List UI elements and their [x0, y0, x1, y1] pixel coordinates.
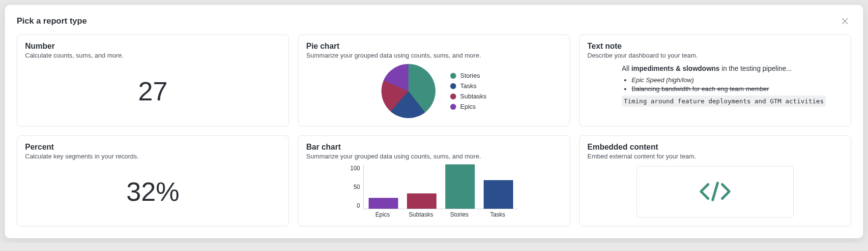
legend-swatch: [450, 83, 456, 89]
note-text-all: All: [622, 64, 631, 72]
report-type-modal: Pick a report type Number Calculate coun…: [5, 5, 863, 238]
svg-line-2: [713, 183, 718, 200]
number-value: 27: [25, 64, 281, 118]
card-number-desc: Calculate counts, sums, and more.: [25, 52, 281, 59]
embed-box: [637, 166, 794, 218]
note-mono: Timing around feature deployments and GT…: [622, 95, 826, 107]
note-bullet-2: Balancing bandwidth for each eng team me…: [632, 85, 769, 93]
legend-item: Stories: [450, 72, 486, 79]
legend-item: Epics: [450, 103, 486, 110]
card-percent-desc: Calculate key segments in your records.: [25, 153, 281, 160]
legend-label: Subtasks: [460, 93, 486, 100]
bar-xaxis: EpicsSubtasksStoriesTasks: [363, 209, 518, 218]
pie-legend: StoriesTasksSubtasksEpics: [450, 72, 486, 110]
card-percent[interactable]: Percent Calculate key segments in your r…: [17, 135, 289, 226]
close-button[interactable]: [839, 15, 851, 28]
ytick: 50: [353, 184, 360, 190]
card-number[interactable]: Number Calculate counts, sums, and more.…: [17, 34, 289, 126]
card-embed-title: Embedded content: [587, 143, 843, 152]
card-pie-title: Pie chart: [306, 42, 562, 51]
bar: [407, 193, 436, 209]
card-bar-title: Bar chart: [306, 143, 562, 152]
bar: [445, 164, 475, 209]
card-pie[interactable]: Pie chart Summarize your grouped data us…: [298, 34, 570, 126]
card-bar-desc: Summarize your grouped data using counts…: [306, 153, 562, 160]
bar-yaxis: 100500: [350, 165, 363, 209]
card-bar[interactable]: Bar chart Summarize your grouped data us…: [298, 135, 570, 226]
modal-title: Pick a report type: [17, 16, 87, 26]
bar: [484, 180, 513, 209]
card-embed-desc: Embed external content for your team.: [587, 153, 843, 160]
card-pie-desc: Summarize your grouped data using counts…: [306, 52, 562, 59]
pie-graphic: [381, 64, 435, 118]
legend-label: Tasks: [460, 82, 476, 90]
report-type-grid: Number Calculate counts, sums, and more.…: [17, 34, 851, 226]
legend-label: Epics: [460, 103, 476, 110]
legend-swatch: [450, 73, 456, 79]
note-text-rest: in the testing pipeline...: [720, 64, 792, 72]
note-text-bold: impediments & slowdowns: [631, 64, 720, 72]
card-embed[interactable]: Embedded content Embed external content …: [579, 135, 851, 226]
card-textnote-title: Text note: [587, 42, 843, 51]
modal-header: Pick a report type: [17, 15, 851, 28]
bar: [369, 198, 398, 209]
percent-value: 32%: [25, 165, 281, 218]
legend-label: Stories: [460, 72, 480, 79]
code-icon: [697, 179, 733, 204]
close-icon: [840, 17, 849, 26]
legend-swatch: [450, 104, 456, 110]
card-percent-title: Percent: [25, 143, 281, 152]
legend-item: Subtasks: [450, 93, 486, 100]
ytick: 0: [357, 202, 360, 209]
xlabel: Subtasks: [406, 211, 436, 218]
card-textnote-desc: Describe your dashboard to your team.: [587, 52, 843, 59]
legend-swatch: [450, 94, 456, 99]
embed-preview: [587, 165, 843, 218]
textnote-preview: All impediments & slowdowns in the testi…: [587, 64, 843, 107]
ytick: 100: [350, 165, 360, 172]
xlabel: Stories: [445, 211, 474, 218]
card-number-title: Number: [25, 42, 281, 51]
bar-plot-area: [363, 165, 518, 209]
note-bullet-1: Epic Speed (high/low): [632, 76, 694, 84]
bar-preview: 100500 EpicsSubtasksStoriesTasks: [306, 165, 562, 218]
card-textnote[interactable]: Text note Describe your dashboard to you…: [579, 34, 851, 126]
legend-item: Tasks: [450, 82, 486, 90]
xlabel: Epics: [368, 211, 398, 218]
xlabel: Tasks: [483, 211, 513, 218]
pie-preview: StoriesTasksSubtasksEpics: [306, 64, 562, 118]
